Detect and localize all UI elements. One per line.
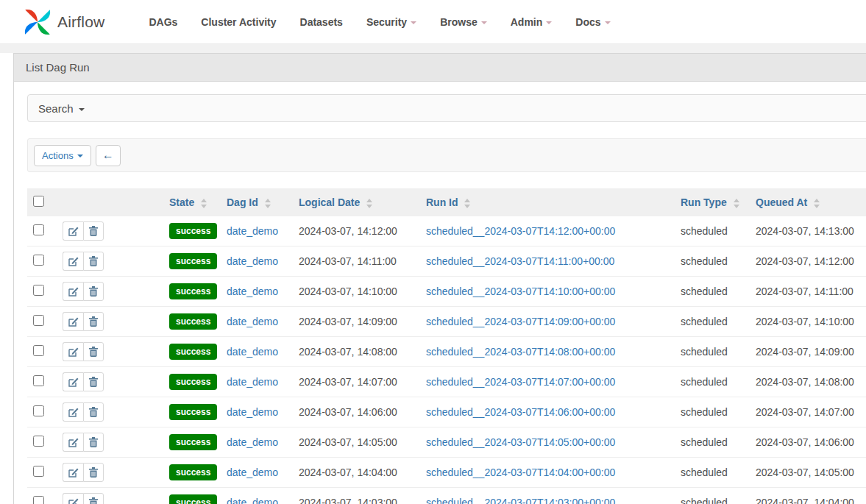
nav-item-admin[interactable]: Admin bbox=[499, 9, 564, 35]
queued-at-cell: 2024-03-07, 14:10:00 bbox=[750, 307, 866, 337]
edit-button[interactable] bbox=[63, 282, 83, 301]
run-id-link[interactable]: scheduled__2024-03-07T14:08:00+00:00 bbox=[426, 346, 615, 358]
row-actions-cell bbox=[57, 488, 163, 504]
row-checkbox[interactable] bbox=[33, 375, 44, 386]
run-id-link[interactable]: scheduled__2024-03-07T14:03:00+00:00 bbox=[426, 497, 615, 504]
status-badge: success bbox=[169, 344, 217, 360]
header-checkbox-cell bbox=[27, 188, 57, 216]
run-id-link[interactable]: scheduled__2024-03-07T14:07:00+00:00 bbox=[426, 376, 615, 388]
nav-item-security[interactable]: Security bbox=[355, 9, 428, 35]
dag-id-link[interactable]: date_demo bbox=[227, 346, 278, 358]
nav-item-dags[interactable]: DAGs bbox=[137, 9, 189, 35]
dag-id-link[interactable]: date_demo bbox=[227, 466, 278, 478]
status-badge: success bbox=[169, 494, 217, 504]
actions-label: Actions bbox=[42, 150, 74, 161]
dag-id-link[interactable]: date_demo bbox=[227, 316, 278, 327]
select-all-checkbox[interactable] bbox=[33, 196, 44, 207]
edit-button[interactable] bbox=[63, 402, 83, 422]
column-header-logical-date[interactable]: Logical Date bbox=[293, 188, 420, 216]
edit-pencil-icon bbox=[68, 497, 79, 504]
column-header-run-id[interactable]: Run Id bbox=[420, 188, 675, 216]
edit-button[interactable] bbox=[63, 252, 83, 271]
trash-icon bbox=[89, 347, 98, 357]
delete-button[interactable] bbox=[83, 312, 104, 331]
row-checkbox[interactable] bbox=[33, 496, 44, 504]
queued-at-cell: 2024-03-07, 14:06:00 bbox=[750, 427, 866, 458]
run-id-link[interactable]: scheduled__2024-03-07T14:10:00+00:00 bbox=[426, 285, 615, 297]
delete-button[interactable] bbox=[83, 463, 104, 482]
row-checkbox[interactable] bbox=[33, 285, 44, 296]
sort-icon[interactable] bbox=[464, 199, 470, 208]
edit-button[interactable] bbox=[63, 221, 83, 241]
delete-button[interactable] bbox=[83, 342, 104, 361]
column-header-run-type[interactable]: Run Type bbox=[675, 188, 750, 216]
delete-button[interactable] bbox=[83, 372, 104, 391]
dag-id-link[interactable]: date_demo bbox=[227, 255, 278, 267]
table-row: success date_demo 2024-03-07, 14:03:00 s… bbox=[27, 488, 866, 504]
actions-dropdown-button[interactable]: Actions bbox=[34, 145, 91, 166]
run-type-cell: scheduled bbox=[675, 488, 750, 504]
column-header-dag-id[interactable]: Dag Id bbox=[221, 188, 293, 216]
delete-button[interactable] bbox=[83, 282, 104, 301]
search-toggle[interactable]: Search bbox=[27, 94, 866, 122]
nav-item-label: DAGs bbox=[149, 16, 177, 28]
column-header-queued-at[interactable]: Queued At bbox=[750, 188, 866, 216]
sort-icon[interactable] bbox=[201, 199, 207, 208]
run-type-cell: scheduled bbox=[675, 427, 750, 458]
state-cell: success bbox=[163, 307, 221, 337]
row-checkbox[interactable] bbox=[33, 466, 44, 477]
edit-button[interactable] bbox=[63, 312, 83, 331]
delete-button[interactable] bbox=[83, 402, 104, 422]
nav-item-datasets[interactable]: Datasets bbox=[288, 9, 355, 35]
back-button[interactable]: ← bbox=[96, 145, 121, 166]
delete-button[interactable] bbox=[83, 252, 104, 271]
logical-date-cell: 2024-03-07, 14:04:00 bbox=[293, 458, 420, 488]
edit-button[interactable] bbox=[63, 493, 83, 504]
row-checkbox[interactable] bbox=[33, 436, 44, 447]
dag-id-link[interactable]: date_demo bbox=[227, 497, 278, 504]
row-checkbox[interactable] bbox=[33, 224, 44, 235]
status-badge: success bbox=[169, 223, 217, 239]
edit-button[interactable] bbox=[63, 372, 83, 391]
run-type-cell: scheduled bbox=[675, 337, 750, 367]
nav-item-docs[interactable]: Docs bbox=[564, 9, 622, 35]
sort-icon[interactable] bbox=[814, 199, 820, 208]
row-checkbox[interactable] bbox=[33, 345, 44, 356]
edit-button[interactable] bbox=[63, 463, 83, 482]
dag-id-link[interactable]: date_demo bbox=[227, 406, 278, 418]
delete-button[interactable] bbox=[83, 433, 104, 452]
run-id-link[interactable]: scheduled__2024-03-07T14:05:00+00:00 bbox=[426, 436, 615, 448]
airflow-brand[interactable]: Airflow bbox=[22, 7, 104, 38]
row-checkbox[interactable] bbox=[33, 405, 44, 416]
sort-icon[interactable] bbox=[734, 199, 739, 208]
queued-at-cell: 2024-03-07, 14:08:00 bbox=[750, 367, 866, 397]
dag-id-cell: date_demo bbox=[221, 307, 293, 337]
nav-item-cluster-activity[interactable]: Cluster Activity bbox=[189, 9, 288, 35]
column-header-label: Dag Id bbox=[227, 196, 258, 208]
dag-id-link[interactable]: date_demo bbox=[227, 285, 278, 297]
dag-id-link[interactable]: date_demo bbox=[227, 436, 278, 448]
edit-button[interactable] bbox=[63, 433, 83, 452]
search-label: Search bbox=[38, 102, 74, 115]
row-checkbox[interactable] bbox=[33, 315, 44, 326]
run-id-link[interactable]: scheduled__2024-03-07T14:11:00+00:00 bbox=[426, 255, 614, 267]
sort-icon[interactable] bbox=[366, 199, 372, 208]
run-id-cell: scheduled__2024-03-07T14:12:00+00:00 bbox=[420, 216, 675, 246]
row-checkbox[interactable] bbox=[33, 255, 44, 266]
delete-button[interactable] bbox=[83, 493, 104, 504]
caret-down-icon bbox=[481, 21, 487, 24]
delete-button[interactable] bbox=[83, 221, 104, 241]
dag-id-link[interactable]: date_demo bbox=[227, 376, 278, 388]
run-id-link[interactable]: scheduled__2024-03-07T14:06:00+00:00 bbox=[426, 406, 615, 418]
row-actions-cell bbox=[57, 397, 163, 427]
edit-button[interactable] bbox=[63, 342, 83, 361]
run-id-link[interactable]: scheduled__2024-03-07T14:12:00+00:00 bbox=[426, 225, 615, 237]
run-type-cell: scheduled bbox=[675, 458, 750, 488]
column-header-state[interactable]: State bbox=[163, 188, 221, 216]
run-id-link[interactable]: scheduled__2024-03-07T14:09:00+00:00 bbox=[426, 316, 615, 327]
page-title: List Dag Run bbox=[14, 54, 866, 82]
sort-icon[interactable] bbox=[265, 199, 271, 208]
run-id-link[interactable]: scheduled__2024-03-07T14:04:00+00:00 bbox=[426, 466, 615, 478]
nav-item-browse[interactable]: Browse bbox=[428, 9, 499, 35]
dag-id-link[interactable]: date_demo bbox=[227, 225, 278, 237]
